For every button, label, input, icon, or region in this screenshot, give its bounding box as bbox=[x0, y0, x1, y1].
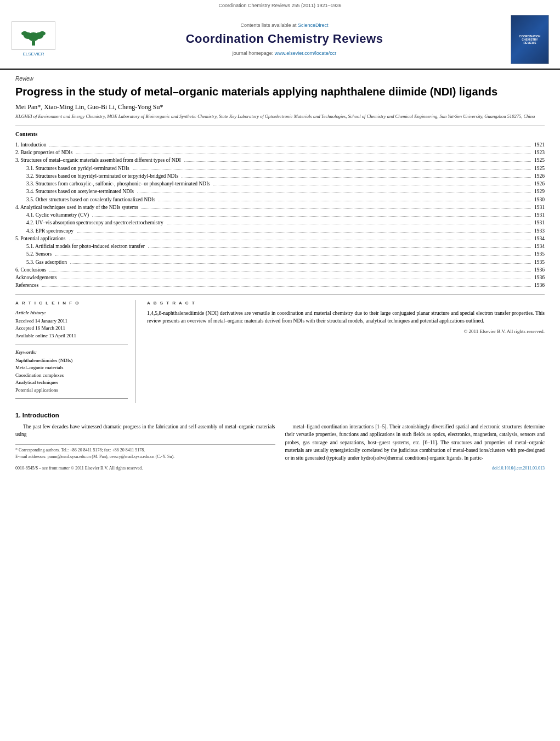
toc-dots bbox=[69, 240, 531, 240]
svg-point-5 bbox=[39, 31, 46, 36]
toc-row: 4. Analytical techniques used in study o… bbox=[15, 203, 545, 211]
footnote-area: * Corresponding authors. Tel.: +86 20 84… bbox=[15, 444, 275, 460]
toc-row: 4.2. UV–vis absorption spectroscopy and … bbox=[15, 219, 545, 227]
authors-line: Mei Pan*, Xiao-Ming Lin, Guo-Bi Li, Chen… bbox=[15, 103, 545, 112]
copyright-notice: © 2011 Elsevier B.V. All rights reserved… bbox=[147, 328, 545, 335]
introduction-title: 1. Introduction bbox=[15, 411, 545, 420]
journal-cover-image: COORDINATIONCHEMISTRYREVIEWS bbox=[511, 15, 549, 64]
authors-text: Mei Pan*, Xiao-Ming Lin, Guo-Bi Li, Chen… bbox=[15, 103, 163, 111]
toc-label: 1. Introduction bbox=[15, 141, 48, 149]
info-abstract-row: A R T I C L E I N F O Article history: R… bbox=[15, 300, 545, 403]
contents-title: Contents bbox=[15, 131, 545, 139]
toc-label: 5.1. Artificial models for photo-induced… bbox=[15, 242, 147, 250]
toc-dots bbox=[213, 185, 531, 185]
toc-label: Acknowledgements bbox=[15, 274, 59, 281]
elsevier-tree-graphic bbox=[17, 25, 50, 47]
svg-rect-0 bbox=[32, 41, 35, 46]
toc-label: 5. Potential applications bbox=[15, 235, 68, 242]
footer-issn: 0010-8545/$ – see front matter © 2011 El… bbox=[15, 465, 143, 471]
toc-page: 1931 bbox=[532, 219, 545, 227]
toc-page: 1935 bbox=[532, 250, 545, 258]
toc-dots bbox=[77, 232, 531, 233]
introduction-columns: The past few decades have witnessed dram… bbox=[15, 423, 545, 462]
toc-label: 3.4. Structures based on acetylene-termi… bbox=[15, 188, 136, 195]
toc-label: 6. Conclusions bbox=[15, 266, 48, 274]
elsevier-wordmark: ELSEVIER bbox=[22, 51, 44, 57]
toc-row: 3.1. Structures based on pyridyl-termina… bbox=[15, 165, 545, 172]
toc-page: 1936 bbox=[532, 274, 545, 281]
toc-row: 3.3. Structures from carboxylic-, sulfon… bbox=[15, 180, 545, 188]
citation-bar: Coordination Chemistry Reviews 255 (2011… bbox=[0, 0, 560, 10]
journal-header: ELSEVIER Contents lists available at Sci… bbox=[0, 10, 560, 70]
toc-row: 3.5. Other structures based on covalentl… bbox=[15, 196, 545, 203]
science-direct-link[interactable]: ScienceDirect bbox=[298, 22, 329, 28]
tree-icon bbox=[17, 25, 50, 47]
intro-col1: The past few decades have witnessed dram… bbox=[15, 423, 275, 462]
toc-page: 1926 bbox=[532, 172, 545, 180]
abstract-column: A B S T R A C T 1,4,5,8-naphthalenediimi… bbox=[147, 300, 545, 403]
info-divider bbox=[15, 344, 128, 344]
toc-label: 5.2. Sensors bbox=[15, 250, 54, 258]
toc-row: 3.4. Structures based on acetylene-termi… bbox=[15, 188, 545, 195]
toc-dots bbox=[182, 177, 531, 178]
toc-row: 5.3. Gas adsorption 1935 bbox=[15, 258, 545, 266]
article-history-label: Article history: bbox=[15, 309, 128, 316]
toc-page: 1926 bbox=[532, 180, 545, 188]
svg-point-4 bbox=[21, 31, 28, 36]
intro-para1-col2: metal–ligand coordination interactions [… bbox=[285, 423, 545, 462]
keyword-item: Naphthalenediimides (NDIs) bbox=[15, 357, 128, 365]
divider-after-affiliation bbox=[15, 126, 545, 126]
toc-dots bbox=[60, 279, 531, 279]
toc-row: 6. Conclusions 1936 bbox=[15, 266, 545, 274]
toc-page: 1936 bbox=[532, 281, 545, 289]
toc-row: Acknowledgements 1936 bbox=[15, 274, 545, 281]
toc-page: 1934 bbox=[532, 235, 545, 242]
toc-page: 1933 bbox=[532, 227, 545, 235]
keywords-list: Naphthalenediimides (NDIs)Metal–organic … bbox=[15, 357, 128, 394]
toc-dots bbox=[92, 216, 531, 217]
toc-label: 3.3. Structures from carboxylic-, sulfon… bbox=[15, 180, 212, 188]
toc-page: 1936 bbox=[532, 266, 545, 274]
toc-row: 3. Structures of metal–organic materials… bbox=[15, 156, 545, 164]
intro-text-col2: metal–ligand coordination interactions [… bbox=[285, 424, 545, 461]
toc-page: 1925 bbox=[532, 156, 545, 164]
toc-row: 4.1. Cyclic voltammetry (CV) 1931 bbox=[15, 211, 545, 219]
toc-row: References 1936 bbox=[15, 281, 545, 289]
contents-section: Contents 1. Introduction 1921 2. Basic p… bbox=[15, 131, 545, 289]
toc-label: 3.1. Structures based on pyridyl-termina… bbox=[15, 165, 132, 172]
contents-table: 1. Introduction 1921 2. Basic properties… bbox=[15, 141, 545, 290]
article-title: Progress in the study of metal–organic m… bbox=[15, 85, 545, 98]
toc-label: 2. Basic properties of NDIs bbox=[15, 149, 75, 156]
footnote-corresponding: * Corresponding authors. Tel.: +86 20 84… bbox=[15, 447, 275, 454]
toc-page: 1929 bbox=[532, 188, 545, 195]
keyword-item: Potential applications bbox=[15, 387, 128, 394]
toc-dots bbox=[133, 169, 531, 170]
toc-label: 4.1. Cyclic voltammetry (CV) bbox=[15, 211, 91, 219]
journal-center: Contents lists available at ScienceDirec… bbox=[58, 22, 511, 57]
toc-dots bbox=[142, 208, 531, 209]
toc-row: 2. Basic properties of NDIs 1923 bbox=[15, 149, 545, 156]
toc-row: 1. Introduction 1921 bbox=[15, 141, 545, 149]
toc-label: 3.5. Other structures based on covalentl… bbox=[15, 196, 157, 203]
homepage-url[interactable]: www.elsevier.com/locate/ccr bbox=[275, 50, 337, 56]
article-info-heading: A R T I C L E I N F O bbox=[15, 300, 128, 306]
toc-page: 1923 bbox=[532, 149, 545, 156]
intro-text-col1: The past few decades have witnessed dram… bbox=[15, 424, 275, 437]
abstract-heading: A B S T R A C T bbox=[147, 300, 545, 306]
toc-page: 1925 bbox=[532, 165, 545, 172]
toc-label: References bbox=[15, 281, 41, 289]
accepted-date: Accepted 16 March 2011 bbox=[15, 325, 128, 332]
toc-row: 5. Potential applications 1934 bbox=[15, 235, 545, 242]
toc-row: 5.1. Artificial models for photo-induced… bbox=[15, 242, 545, 250]
doi-link[interactable]: doi:10.1016/j.ccr.2011.03.013 bbox=[492, 466, 545, 471]
homepage-line: journal homepage: www.elsevier.com/locat… bbox=[58, 50, 511, 57]
toc-label: 4. Analytical techniques used in study o… bbox=[15, 203, 140, 211]
footer: 0010-8545/$ – see front matter © 2011 El… bbox=[15, 465, 545, 471]
affiliation-text: KLGHEI of Environment and Energy Chemist… bbox=[15, 114, 545, 120]
journal-title: Coordination Chemistry Reviews bbox=[58, 31, 511, 48]
toc-row: 5.2. Sensors 1935 bbox=[15, 250, 545, 258]
footer-doi: doi:10.1016/j.ccr.2011.03.013 bbox=[492, 465, 545, 471]
keywords-divider bbox=[15, 398, 128, 399]
intro-para1-col1: The past few decades have witnessed dram… bbox=[15, 423, 275, 439]
keyword-item: Analytical techniques bbox=[15, 379, 128, 387]
